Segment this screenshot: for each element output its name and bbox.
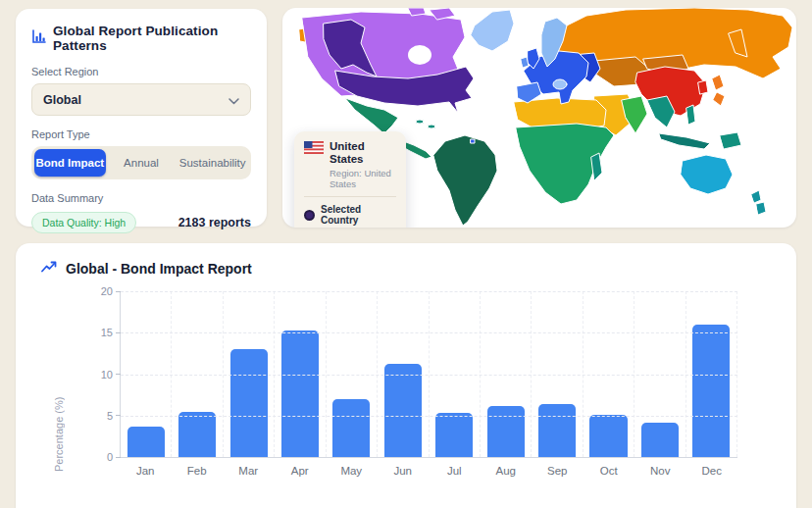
report-type-bond-impact-button[interactable]: Bond Impact [34,149,106,177]
reports-count: 2183 reports [178,216,251,229]
chart-title: Global - Bond Impact Report [66,261,252,277]
map-region-australia[interactable] [681,155,733,194]
report-type-label: Report Type [31,128,251,140]
x-tick-label: Oct [584,465,635,477]
chevron-down-icon [228,91,239,109]
x-tick-label: Nov [634,465,686,477]
map-hudson-bay [408,45,431,65]
y-tick-label: 20 [101,285,121,297]
bar-feb[interactable] [178,412,216,457]
map-region-japan[interactable] [712,75,725,106]
bar-chart-icon [31,29,46,48]
map-region-korea[interactable] [698,80,708,94]
gridline [121,332,737,333]
chart-card: Global - Bond Impact Report Percentage (… [16,243,796,508]
x-tick-label: Jan [120,465,172,477]
map-tooltip: United States Region: United States Sele… [294,131,406,228]
map-region-guyana[interactable] [471,139,475,143]
data-quality-badge: Data Quality: High [31,212,136,233]
map-region-new-zealand[interactable] [751,190,766,215]
gridline [121,375,737,376]
bar-sep[interactable] [538,404,576,457]
map-region-iceland[interactable] [553,79,567,89]
bar-dec[interactable] [692,325,730,457]
bar-jan[interactable] [127,427,165,457]
y-tick-label: 0 [107,451,121,463]
select-region-label: Select Region [31,66,251,77]
gridline [121,416,737,417]
y-tick-label: 15 [101,327,121,338]
map-region-indonesia[interactable] [659,133,710,149]
x-tick-label: Apr [275,465,327,477]
y-tick-label: 5 [107,410,121,422]
map-region-caribbean[interactable] [416,120,424,124]
x-tick-label: Feb [172,465,224,477]
tooltip-divider [304,196,396,197]
map-region-philippines[interactable] [686,105,695,125]
gridline [121,291,737,292]
control-panel: Global Report Publication Patterns Selec… [16,9,267,227]
map-region-ireland[interactable] [521,57,529,68]
x-tick-label: Sep [532,465,584,477]
legend-item-selected-country: Selected Country [304,204,396,226]
bar-oct[interactable] [589,415,627,457]
data-summary-label: Data Summary [31,192,251,204]
x-tick-label: Dec [686,465,738,477]
report-type-annual-button[interactable]: Annual [106,149,178,177]
bar-mar[interactable] [230,349,268,457]
report-type-sustainability-button[interactable]: Sustainability [177,149,248,177]
bar-chart: Percentage (%) 05101520 JanFebMarAprMayJ… [41,291,771,477]
world-map-card: United States Region: United States Sele… [282,8,796,228]
report-type-segmented-control: Bond Impact Annual Sustainability [31,146,251,179]
bar-jul[interactable] [435,413,473,457]
x-tick-label: Jun [378,465,430,477]
plot-area: 05101520 [120,291,737,458]
x-labels: JanFebMarAprMayJunJulAugSepOctNovDec [120,465,737,477]
legend-label: Selected Country [321,204,396,226]
x-tick-label: Jul [429,465,481,477]
y-tick-label: 10 [101,369,121,381]
tooltip-region: Region: United States [330,168,396,189]
bar-may[interactable] [332,399,370,457]
top-row: Global Report Publication Patterns Selec… [0,0,812,228]
bar-aug[interactable] [487,406,525,457]
map-region-india[interactable] [622,96,647,133]
panel-title: Global Report Publication Patterns [53,24,251,53]
bar-jun[interactable] [384,364,422,457]
us-flag-icon [304,140,324,158]
map-region-new-guinea[interactable] [720,132,741,149]
map-region-greenland[interactable] [471,10,514,51]
x-tick-label: Mar [223,465,275,477]
map-region-south-america[interactable] [433,135,497,226]
trending-up-icon [41,260,58,278]
bar-nov[interactable] [641,423,679,457]
region-select-value: Global [43,93,81,107]
bar-apr[interactable] [281,330,319,457]
x-tick-label: May [326,465,378,477]
region-select[interactable]: Global [31,83,251,116]
x-tick-label: Aug [481,465,533,477]
selected-country-swatch [304,210,315,221]
y-axis-label: Percentage (%) [53,305,65,472]
map-region-caribbean-2[interactable] [428,125,435,128]
tooltip-country: United States [330,140,396,166]
